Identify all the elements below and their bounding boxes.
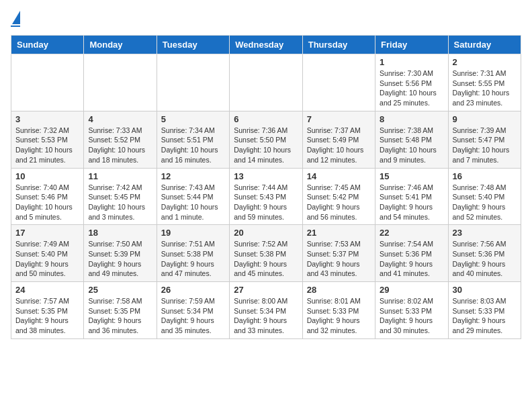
day-info: Sunrise: 7:39 AM Sunset: 5:47 PM Dayligh…: [453, 126, 517, 165]
day-number: 28: [307, 285, 371, 295]
day-number: 9: [453, 114, 517, 124]
calendar-week-row: 17Sunrise: 7:49 AM Sunset: 5:40 PM Dayli…: [11, 225, 521, 282]
day-number: 13: [234, 171, 298, 181]
calendar-cell: [157, 54, 229, 111]
day-number: 21: [307, 228, 371, 238]
calendar-cell: 5Sunrise: 7:34 AM Sunset: 5:51 PM Daylig…: [157, 111, 229, 168]
calendar-cell: 15Sunrise: 7:46 AM Sunset: 5:41 PM Dayli…: [375, 168, 448, 225]
day-info: Sunrise: 7:40 AM Sunset: 5:46 PM Dayligh…: [15, 183, 79, 222]
day-info: Sunrise: 7:56 AM Sunset: 5:36 PM Dayligh…: [453, 239, 517, 279]
calendar-cell: 27Sunrise: 8:00 AM Sunset: 5:34 PM Dayli…: [230, 282, 302, 339]
day-info: Sunrise: 7:58 AM Sunset: 5:35 PM Dayligh…: [88, 296, 152, 336]
day-info: Sunrise: 7:37 AM Sunset: 5:49 PM Dayligh…: [307, 126, 371, 165]
calendar-cell: [84, 54, 157, 111]
calendar-cell: 26Sunrise: 7:59 AM Sunset: 5:34 PM Dayli…: [157, 282, 229, 339]
day-number: 10: [15, 171, 79, 181]
day-info: Sunrise: 7:31 AM Sunset: 5:55 PM Dayligh…: [453, 68, 517, 108]
calendar-cell: 16Sunrise: 7:48 AM Sunset: 5:40 PM Dayli…: [448, 168, 521, 225]
day-number: 14: [307, 171, 371, 181]
calendar-week-row: 1Sunrise: 7:30 AM Sunset: 5:56 PM Daylig…: [11, 54, 521, 111]
day-number: 30: [453, 285, 517, 295]
day-number: 2: [453, 57, 517, 67]
day-number: 22: [380, 228, 443, 238]
calendar-week-row: 10Sunrise: 7:40 AM Sunset: 5:46 PM Dayli…: [11, 168, 521, 225]
day-info: Sunrise: 7:52 AM Sunset: 5:38 PM Dayligh…: [234, 239, 298, 279]
day-info: Sunrise: 7:34 AM Sunset: 5:51 PM Dayligh…: [161, 126, 225, 165]
logo: [11, 11, 20, 27]
day-number: 6: [234, 114, 298, 124]
calendar-cell: 19Sunrise: 7:51 AM Sunset: 5:38 PM Dayli…: [157, 225, 229, 282]
calendar-cell: 28Sunrise: 8:01 AM Sunset: 5:33 PM Dayli…: [302, 282, 375, 339]
day-number: 27: [234, 285, 298, 295]
page-header: [11, 11, 521, 27]
calendar-cell: [302, 54, 375, 111]
logo-triangle-icon: [12, 11, 20, 24]
day-number: 29: [380, 285, 443, 295]
calendar-day-header: Sunday: [11, 36, 84, 54]
calendar-cell: 18Sunrise: 7:50 AM Sunset: 5:39 PM Dayli…: [84, 225, 157, 282]
calendar-cell: 7Sunrise: 7:37 AM Sunset: 5:49 PM Daylig…: [302, 111, 375, 168]
day-number: 4: [88, 114, 152, 124]
calendar-cell: 24Sunrise: 7:57 AM Sunset: 5:35 PM Dayli…: [11, 282, 84, 339]
day-info: Sunrise: 7:44 AM Sunset: 5:43 PM Dayligh…: [234, 183, 298, 222]
day-info: Sunrise: 8:02 AM Sunset: 5:33 PM Dayligh…: [380, 296, 443, 336]
day-number: 20: [234, 228, 298, 238]
day-info: Sunrise: 7:54 AM Sunset: 5:36 PM Dayligh…: [380, 239, 443, 279]
day-number: 12: [161, 171, 225, 181]
calendar-day-header: Monday: [84, 36, 157, 54]
calendar-day-header: Friday: [375, 36, 448, 54]
day-number: 25: [88, 285, 152, 295]
day-info: Sunrise: 7:38 AM Sunset: 5:48 PM Dayligh…: [380, 126, 443, 165]
calendar-header-row: SundayMondayTuesdayWednesdayThursdayFrid…: [11, 36, 521, 54]
day-number: 15: [380, 171, 443, 181]
day-number: 23: [453, 228, 517, 238]
day-info: Sunrise: 7:49 AM Sunset: 5:40 PM Dayligh…: [15, 239, 79, 279]
calendar-day-header: Tuesday: [157, 36, 229, 54]
calendar-cell: [11, 54, 84, 111]
day-info: Sunrise: 7:42 AM Sunset: 5:45 PM Dayligh…: [88, 183, 152, 222]
calendar-cell: 2Sunrise: 7:31 AM Sunset: 5:55 PM Daylig…: [448, 54, 521, 111]
day-number: 17: [15, 228, 79, 238]
day-number: 7: [307, 114, 371, 124]
calendar-day-header: Wednesday: [230, 36, 302, 54]
calendar-cell: 6Sunrise: 7:36 AM Sunset: 5:50 PM Daylig…: [230, 111, 302, 168]
day-info: Sunrise: 8:03 AM Sunset: 5:33 PM Dayligh…: [453, 296, 517, 336]
calendar-cell: 17Sunrise: 7:49 AM Sunset: 5:40 PM Dayli…: [11, 225, 84, 282]
day-info: Sunrise: 7:53 AM Sunset: 5:37 PM Dayligh…: [307, 239, 371, 279]
day-number: 18: [88, 228, 152, 238]
calendar-cell: 13Sunrise: 7:44 AM Sunset: 5:43 PM Dayli…: [230, 168, 302, 225]
day-info: Sunrise: 7:48 AM Sunset: 5:40 PM Dayligh…: [453, 183, 517, 222]
day-info: Sunrise: 7:57 AM Sunset: 5:35 PM Dayligh…: [15, 296, 79, 336]
calendar-cell: 9Sunrise: 7:39 AM Sunset: 5:47 PM Daylig…: [448, 111, 521, 168]
day-number: 19: [161, 228, 225, 238]
calendar-week-row: 24Sunrise: 7:57 AM Sunset: 5:35 PM Dayli…: [11, 282, 521, 339]
day-number: 11: [88, 171, 152, 181]
day-number: 3: [15, 114, 79, 124]
calendar-cell: 12Sunrise: 7:43 AM Sunset: 5:44 PM Dayli…: [157, 168, 229, 225]
day-info: Sunrise: 7:51 AM Sunset: 5:38 PM Dayligh…: [161, 239, 225, 279]
calendar-cell: 11Sunrise: 7:42 AM Sunset: 5:45 PM Dayli…: [84, 168, 157, 225]
calendar-cell: 10Sunrise: 7:40 AM Sunset: 5:46 PM Dayli…: [11, 168, 84, 225]
day-number: 5: [161, 114, 225, 124]
day-info: Sunrise: 7:59 AM Sunset: 5:34 PM Dayligh…: [161, 296, 225, 336]
calendar-cell: 4Sunrise: 7:33 AM Sunset: 5:52 PM Daylig…: [84, 111, 157, 168]
day-number: 8: [380, 114, 443, 124]
day-info: Sunrise: 7:43 AM Sunset: 5:44 PM Dayligh…: [161, 183, 225, 222]
calendar-cell: 22Sunrise: 7:54 AM Sunset: 5:36 PM Dayli…: [375, 225, 448, 282]
day-number: 24: [15, 285, 79, 295]
day-info: Sunrise: 7:50 AM Sunset: 5:39 PM Dayligh…: [88, 239, 152, 279]
calendar-day-header: Thursday: [302, 36, 375, 54]
day-number: 16: [453, 171, 517, 181]
day-info: Sunrise: 7:32 AM Sunset: 5:53 PM Dayligh…: [15, 126, 79, 165]
calendar-cell: 29Sunrise: 8:02 AM Sunset: 5:33 PM Dayli…: [375, 282, 448, 339]
calendar-table: SundayMondayTuesdayWednesdayThursdayFrid…: [11, 35, 521, 339]
day-info: Sunrise: 8:00 AM Sunset: 5:34 PM Dayligh…: [234, 296, 298, 336]
day-number: 26: [161, 285, 225, 295]
day-info: Sunrise: 7:45 AM Sunset: 5:42 PM Dayligh…: [307, 183, 371, 222]
logo-underline: [11, 26, 20, 27]
calendar-cell: 25Sunrise: 7:58 AM Sunset: 5:35 PM Dayli…: [84, 282, 157, 339]
calendar-cell: 1Sunrise: 7:30 AM Sunset: 5:56 PM Daylig…: [375, 54, 448, 111]
calendar-cell: 21Sunrise: 7:53 AM Sunset: 5:37 PM Dayli…: [302, 225, 375, 282]
calendar-cell: 3Sunrise: 7:32 AM Sunset: 5:53 PM Daylig…: [11, 111, 84, 168]
calendar-cell: [230, 54, 302, 111]
